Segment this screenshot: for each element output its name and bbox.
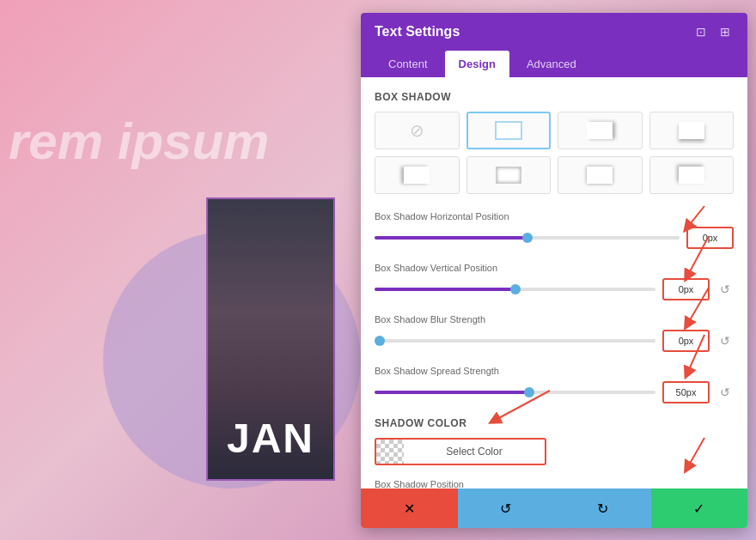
- horizontal-label: Box Shadow Horizontal Position: [375, 211, 734, 221]
- shadow-option-right[interactable]: [558, 112, 643, 149]
- spread-controls: ↺: [375, 381, 734, 403]
- bg-text: rem ipsum: [9, 112, 269, 171]
- horizontal-thumb[interactable]: [522, 233, 533, 243]
- shadow-option-inset[interactable]: [466, 156, 552, 194]
- color-button-label: Select Color: [404, 446, 545, 458]
- shadow-box-preview-topleft: [679, 167, 704, 184]
- blur-input[interactable]: [662, 330, 710, 352]
- shadow-option-left[interactable]: [375, 156, 460, 194]
- confirm-icon: ✓: [693, 501, 704, 517]
- reset-button[interactable]: ↺: [458, 488, 555, 528]
- vertical-position-row: Box Shadow Vertical Position ↺: [375, 263, 734, 300]
- panel-header: Text Settings ⊡ ⊞: [361, 13, 747, 51]
- box-shadow-label: Box Shadow: [375, 91, 734, 103]
- shadow-box-preview-left: [404, 167, 430, 184]
- shadow-option-all[interactable]: [558, 156, 643, 194]
- vertical-fill: [375, 288, 515, 291]
- redo-button[interactable]: ↻: [554, 488, 651, 528]
- shadow-option-topleft[interactable]: [649, 156, 735, 194]
- vertical-thumb[interactable]: [510, 284, 521, 294]
- expand-icon[interactable]: ⊡: [692, 23, 710, 40]
- horizontal-input[interactable]: [686, 227, 734, 249]
- blur-thumb[interactable]: [375, 336, 385, 346]
- settings-panel: Text Settings ⊡ ⊞ Content Design Advance…: [361, 13, 747, 528]
- shadow-box-preview-right: [587, 122, 613, 139]
- spread-reset[interactable]: ↺: [716, 384, 734, 401]
- image-text: JAN: [227, 415, 314, 462]
- shadow-option-bottom[interactable]: [649, 112, 735, 149]
- blur-track[interactable]: [375, 339, 655, 343]
- vertical-input[interactable]: [662, 278, 710, 300]
- cancel-button[interactable]: ✕: [361, 488, 458, 528]
- confirm-button[interactable]: ✓: [651, 488, 748, 528]
- vertical-reset[interactable]: ↺: [716, 281, 734, 298]
- blur-strength-row: Box Shadow Blur Strength ↺: [375, 314, 734, 352]
- tab-content[interactable]: Content: [375, 51, 442, 77]
- shadow-position-label: Box Shadow Position: [375, 479, 734, 488]
- panel-header-icons: ⊡ ⊞: [692, 23, 734, 40]
- color-swatch: [376, 440, 404, 464]
- tabs-bar: Content Design Advanced: [361, 51, 747, 77]
- columns-icon[interactable]: ⊞: [716, 23, 734, 40]
- spread-strength-row: Box Shadow Spread Strength ↺: [375, 366, 734, 403]
- panel-title: Text Settings: [375, 24, 460, 39]
- cancel-icon: ✕: [404, 501, 415, 517]
- reset-icon: ↺: [500, 501, 511, 517]
- shadow-grid: ⊘: [375, 112, 734, 194]
- shadow-color-section: Shadow Color Select Color: [375, 417, 734, 465]
- blur-reset[interactable]: ↺: [716, 332, 734, 349]
- panel-footer: ✕ ↺ ↻ ✓: [361, 488, 747, 528]
- spread-thumb[interactable]: [524, 387, 534, 397]
- horizontal-controls: [375, 227, 734, 249]
- vertical-track[interactable]: [375, 288, 655, 291]
- vertical-label: Box Shadow Vertical Position: [375, 263, 734, 273]
- spread-fill: [375, 391, 529, 394]
- vertical-controls: ↺: [375, 278, 734, 300]
- spread-label: Box Shadow Spread Strength: [375, 366, 734, 376]
- horizontal-fill: [375, 236, 527, 240]
- horizontal-track[interactable]: [375, 236, 680, 240]
- spread-track[interactable]: [375, 391, 655, 394]
- blur-label: Box Shadow Blur Strength: [375, 314, 734, 325]
- blur-controls: ↺: [375, 330, 734, 352]
- redo-icon: ↻: [597, 501, 608, 517]
- shadow-color-label: Shadow Color: [375, 417, 734, 429]
- spread-input[interactable]: [662, 381, 710, 403]
- tab-design[interactable]: Design: [445, 51, 509, 77]
- shadow-option-none[interactable]: ⊘: [375, 112, 460, 149]
- panel-content: Box Shadow ⊘: [361, 77, 747, 488]
- image-area: JAN: [206, 197, 335, 481]
- shadow-box-preview-all: [587, 167, 613, 184]
- color-picker-button[interactable]: Select Color: [375, 438, 546, 465]
- shadow-box-preview-inset: [496, 167, 521, 184]
- no-shadow-icon: ⊘: [410, 120, 424, 141]
- tab-advanced[interactable]: Advanced: [513, 51, 590, 77]
- shadow-box-preview-bottom: [679, 122, 704, 139]
- shadow-position-row: Box Shadow Position Outer Shadow Inner S…: [375, 479, 734, 488]
- horizontal-position-row: Box Shadow Horizontal Position: [375, 211, 734, 249]
- shadow-box-preview-center: [496, 122, 521, 139]
- shadow-option-center[interactable]: [466, 112, 552, 149]
